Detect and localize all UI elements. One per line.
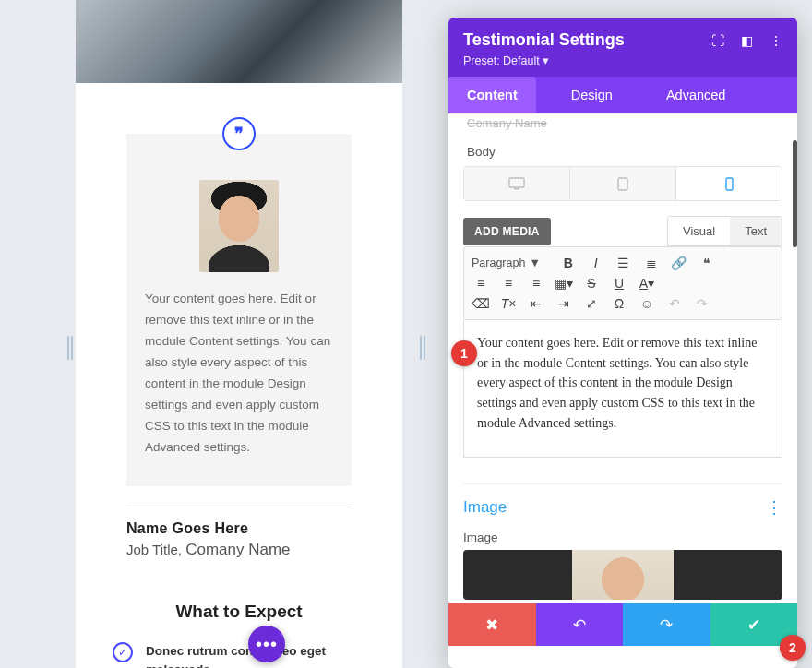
- svg-rect-1: [514, 188, 519, 189]
- tablet-icon: [617, 177, 628, 191]
- add-media-button[interactable]: ADD MEDIA: [463, 218, 551, 245]
- fullscreen-icon[interactable]: ⤢: [582, 296, 601, 311]
- editor-mode-tabs: Visual Text: [667, 216, 782, 246]
- tab-design[interactable]: Design: [553, 77, 631, 113]
- svg-rect-2: [618, 178, 627, 190]
- emoji-icon[interactable]: ☺: [638, 296, 656, 311]
- device-phone[interactable]: [675, 167, 782, 200]
- bullet-item[interactable]: ✓ Donec rutrum congue leo eget malesuada…: [113, 642, 365, 669]
- number-list-icon[interactable]: ≣: [642, 256, 661, 270]
- align-left-icon[interactable]: ≡: [472, 276, 490, 291]
- testimonial-module[interactable]: ❞ Your content goes here. Edit or remove…: [126, 134, 352, 486]
- text-color-icon[interactable]: A▾: [638, 276, 656, 291]
- indent-icon[interactable]: ⇥: [555, 296, 573, 311]
- panel-action-bar: ✖ ↶ ↷ ✔: [448, 603, 797, 646]
- resize-handle-left[interactable]: [67, 336, 73, 360]
- job-title: Job Title,: [126, 542, 182, 557]
- align-right-icon[interactable]: ≡: [527, 276, 545, 291]
- align-center-icon[interactable]: ≡: [499, 276, 518, 291]
- svg-rect-0: [509, 178, 524, 187]
- device-tablet[interactable]: [569, 167, 675, 200]
- module-actions-fab[interactable]: •••: [248, 626, 285, 662]
- underline-icon[interactable]: U: [610, 276, 628, 291]
- image-upload-well[interactable]: [463, 550, 782, 600]
- page-preview: ❞ Your content goes here. Edit or remove…: [76, 0, 402, 668]
- responsive-tabs: [463, 166, 782, 201]
- mode-visual[interactable]: Visual: [668, 217, 730, 245]
- settings-panel: Testimonial Settings ⛶ ◧ ⋮ Preset: Defau…: [448, 18, 797, 668]
- section-heading[interactable]: What to Expect: [76, 602, 402, 622]
- hero-image: [76, 0, 402, 83]
- annotation-1: 1: [451, 340, 477, 366]
- redo-icon[interactable]: ↷: [693, 296, 711, 311]
- image-accordion[interactable]: Image ⋮: [463, 483, 782, 518]
- annotation-2: 2: [780, 635, 806, 661]
- paste-text-icon[interactable]: T×: [499, 296, 518, 311]
- format-select[interactable]: Paragraph▼: [472, 256, 550, 269]
- table-icon[interactable]: ▦▾: [555, 276, 573, 291]
- tab-advanced[interactable]: Advanced: [648, 77, 745, 113]
- panel-tabs: Content Design Advanced: [448, 77, 797, 113]
- resize-handle-right[interactable]: [420, 336, 425, 360]
- cancel-button[interactable]: ✖: [448, 603, 536, 646]
- author-name[interactable]: Name Goes Here: [126, 520, 352, 537]
- redo-button[interactable]: ↷: [623, 603, 710, 646]
- preset-dropdown[interactable]: Preset: Default ▾: [463, 54, 782, 67]
- mode-text[interactable]: Text: [730, 217, 782, 245]
- svg-rect-3: [726, 178, 733, 190]
- accordion-menu-icon[interactable]: ⋮: [766, 497, 782, 518]
- scrollbar[interactable]: [793, 140, 797, 247]
- outdent-icon[interactable]: ⇤: [527, 296, 545, 311]
- body-editor[interactable]: Your content goes here. Edit or remove t…: [463, 320, 782, 458]
- author-role[interactable]: Job Title, Comany Name: [126, 541, 352, 559]
- special-char-icon[interactable]: Ω: [610, 296, 628, 311]
- blockquote-icon[interactable]: ❝: [698, 256, 716, 270]
- panel-header: Testimonial Settings ⛶ ◧ ⋮ Preset: Defau…: [448, 18, 797, 77]
- bullet-list-icon[interactable]: ☰: [615, 256, 633, 270]
- author-photo: [199, 180, 279, 272]
- check-circle-icon: ✓: [113, 642, 133, 662]
- panel-title: Testimonial Settings: [463, 30, 711, 50]
- wysiwyg-toolbar: Paragraph▼ B I ☰ ≣ 🔗 ❝ ≡ ≡ ≡ ▦▾ S U A▾ ⌫…: [463, 246, 782, 320]
- company-name: Comany Name: [185, 541, 290, 558]
- undo-button[interactable]: ↶: [536, 603, 624, 646]
- body-label: Body: [467, 145, 779, 159]
- expand-icon[interactable]: ⛶: [711, 33, 724, 48]
- bold-icon[interactable]: B: [559, 256, 578, 270]
- tab-content[interactable]: Content: [448, 77, 536, 113]
- italic-icon[interactable]: I: [587, 256, 605, 270]
- device-desktop[interactable]: [464, 167, 569, 200]
- panel-body: Comany Name Body ADD MEDIA Visual Text P…: [448, 113, 797, 668]
- testimonial-meta: Name Goes Here Job Title, Comany Name: [126, 507, 352, 559]
- image-label: Image: [463, 531, 782, 544]
- accordion-title: Image: [463, 498, 507, 517]
- divider: [126, 507, 352, 507]
- quote-icon: ❞: [222, 117, 256, 150]
- undo-icon[interactable]: ↶: [665, 296, 684, 311]
- strikethrough-icon[interactable]: S: [582, 276, 601, 291]
- clear-format-icon[interactable]: ⌫: [472, 296, 490, 311]
- kebab-menu-icon[interactable]: ⋮: [770, 33, 782, 48]
- image-thumbnail: [572, 550, 674, 600]
- desktop-icon: [508, 177, 525, 190]
- testimonial-body[interactable]: Your content goes here. Edit or remove t…: [145, 289, 333, 459]
- prev-field-value: Comany Name: [463, 116, 782, 130]
- link-icon[interactable]: 🔗: [670, 256, 688, 270]
- snap-icon[interactable]: ◧: [741, 33, 753, 48]
- phone-icon: [725, 177, 734, 191]
